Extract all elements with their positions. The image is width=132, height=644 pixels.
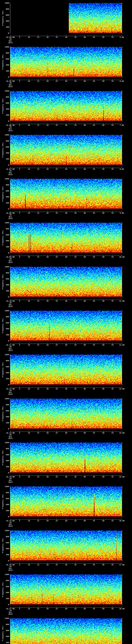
x-tick-label: 10 (26, 212, 32, 214)
y-axis-tick-right (122, 598, 123, 599)
y-tick-label: 1000 (2, 178, 9, 180)
x-tick-label: 10 (26, 124, 32, 126)
y-axis-tick (10, 621, 10, 622)
y-axis-tick-right (122, 621, 122, 622)
y-axis-tick-right (122, 358, 122, 358)
y-axis-tick (9, 536, 10, 537)
x-tick-label: 10 (26, 564, 32, 566)
y-axis-tick (10, 277, 10, 278)
x-tick-label: 15 (36, 344, 41, 346)
x-tick-label: 20 (45, 608, 50, 610)
x-axis-tick (122, 211, 122, 212)
x-tick-label: 45 (92, 344, 96, 346)
y-axis-tick-right (122, 618, 123, 618)
x-axis-line (10, 80, 122, 80)
y-axis-tick-right (122, 183, 122, 184)
date-label: Dec (5, 84, 16, 86)
x-end-time-label: 15:00 (116, 476, 128, 478)
y-axis-tick-right (122, 180, 122, 180)
y-axis-tick (10, 114, 10, 114)
y-axis-tick (9, 598, 10, 599)
y-axis-tick (10, 20, 10, 20)
spectrogram-canvas (10, 91, 122, 121)
x-tick-label: 20 (45, 300, 50, 302)
y-axis-tick (10, 186, 10, 186)
y-axis-tick (10, 276, 10, 276)
x-axis-tick (122, 474, 122, 476)
y-tick-label: 1000 (2, 310, 9, 312)
y-tick-label: 1000 (2, 46, 9, 48)
x-tick-label: 30 (64, 432, 69, 434)
y-axis-tick (10, 288, 10, 288)
y-axis-tick (10, 10, 10, 11)
y-axis-tick (9, 135, 10, 135)
x-start-time-label: 16:04:00 (2, 36, 18, 38)
y-axis-tick (10, 497, 10, 497)
x-tick-label: 50 (101, 476, 106, 478)
y-axis-tick-right (122, 502, 122, 502)
x-axis-tick (112, 518, 113, 520)
y-axis-tick (9, 247, 10, 247)
x-axis-tick (112, 562, 113, 564)
spectrogram-panel: 02004006008001000Frequency (Hz)16:13:005… (0, 396, 132, 440)
x-tick-label: 5 (17, 432, 22, 434)
y-axis-tick (10, 515, 10, 515)
x-axis-tick (112, 386, 113, 388)
y-tick-label: 1000 (2, 134, 9, 136)
date-label: Dec (5, 128, 16, 130)
y-axis-tick-right (122, 453, 122, 453)
y-axis-tick (10, 244, 10, 244)
y-axis-tick (9, 33, 10, 33)
x-tick-label: 30 (64, 344, 69, 346)
y-axis-tick-right (122, 510, 123, 511)
y-axis-tick-right (122, 282, 122, 282)
x-tick-label: 50 (101, 300, 106, 302)
spectrogram-canvas (10, 354, 122, 385)
y-axis-tick (10, 508, 10, 508)
date-label: Dec (5, 568, 16, 569)
x-tick-label: 50 (101, 432, 106, 434)
y-tick-label: 800 (2, 624, 9, 625)
x-axis-tick (10, 35, 10, 36)
x-tick-label: 25 (54, 80, 59, 82)
y-axis-tick-right (122, 596, 122, 596)
y-axis-tick-right (122, 279, 123, 279)
y-axis-tick (9, 185, 10, 185)
y-tick-label: 0 (2, 472, 9, 474)
x-start-time-label: 16:06:00 (2, 124, 18, 126)
y-axis-tick (10, 24, 10, 24)
y-axis-tick-right (122, 497, 122, 497)
y-axis-tick (10, 189, 10, 190)
y-axis-title: Frequency (Hz) (2, 582, 4, 597)
x-tick-label: 55 (110, 212, 115, 214)
x-end-time-label: 18:00 (116, 608, 128, 610)
y-axis-tick (10, 282, 10, 282)
x-tick-label: 30 (64, 520, 69, 522)
spectrogram-panel: 02004006008001000Frequency (Hz)16:11:005… (0, 308, 132, 352)
date-label: 2015 (5, 438, 16, 439)
spectrogram-panel: 02004006008001000Frequency (Hz)16:05:005… (0, 44, 132, 88)
y-axis-tick (10, 194, 10, 194)
y-tick-label: 0 (2, 252, 9, 254)
y-axis-tick (10, 283, 10, 284)
y-axis-tick-right (122, 185, 123, 185)
y-axis-tick-right (122, 158, 122, 158)
date-label: 2015 (5, 174, 16, 176)
y-tick-label: 200 (2, 114, 9, 116)
x-axis-line (10, 212, 122, 212)
y-axis-line-right (122, 618, 122, 644)
x-tick-label: 25 (54, 256, 59, 258)
y-axis-tick (10, 506, 10, 506)
y-axis-tick-right (122, 14, 122, 14)
spectrogram-panel: 02004006008001000Frequency (Hz)16:04:005… (0, 0, 132, 44)
y-axis-tick (10, 377, 10, 378)
date-label: 2015 (5, 130, 16, 132)
x-tick-label: 45 (92, 432, 96, 434)
x-tick-label: 35 (73, 608, 78, 610)
x-tick-label: 35 (73, 256, 78, 258)
date-label: 2015 (5, 306, 16, 307)
x-tick-label: 45 (92, 124, 96, 126)
x-tick-label: 25 (54, 608, 59, 610)
y-tick-label: 200 (2, 202, 9, 204)
y-tick-label: 200 (2, 158, 9, 160)
